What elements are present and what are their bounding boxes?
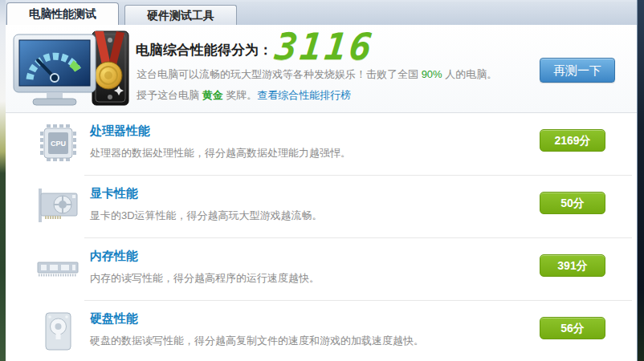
benchmark-desc: 处理器的数据处理性能，得分越高数据处理能力越强悍。: [90, 146, 351, 160]
overall-score-label: 电脑综合性能得分为：: [136, 41, 272, 59]
memory-icon: [31, 245, 84, 293]
svg-text:CPU: CPU: [51, 140, 66, 148]
gpu-icon: [31, 182, 84, 230]
score-badge: 2169分: [540, 129, 605, 152]
tab-performance-test[interactable]: 电脑性能测试: [6, 2, 119, 25]
tab-hardware-tools[interactable]: 硬件测试工具: [124, 5, 237, 25]
benchmark-desc: 内存的读写性能，得分越高程序的运行速度越快。: [90, 271, 320, 286]
benchmark-desc: 显卡的3D运算性能，得分越高玩大型游戏越流畅。: [90, 209, 323, 223]
benchmark-title[interactable]: 硬盘性能: [90, 311, 138, 327]
award-line: 授予这台电脑 黄金 奖牌。查看综合性能排行榜: [137, 88, 351, 103]
benchmark-title[interactable]: 处理器性能: [90, 124, 150, 139]
benchmark-row: 显卡性能 显卡的3D运算性能，得分越高玩大型游戏越流畅。 50分: [6, 176, 637, 238]
speedometer-pc-gold-medal-icon: [12, 30, 134, 110]
cpu-icon: CPU: [31, 120, 84, 168]
benchmark-row: CPU 处理器性能 处理器的数据处理性能，得分越高数据处理能力越强悍。 2169…: [6, 113, 637, 176]
score-badge: 50分: [540, 192, 605, 214]
benchmark-list: CPU 处理器性能 处理器的数据处理性能，得分越高数据处理能力越强悍。 2169…: [6, 113, 637, 361]
benchmark-row: 硬盘性能 硬盘的数据读写性能，得分越高复制文件的速度和游戏的加载速度越快。 56…: [6, 301, 637, 361]
main-content: 电脑综合性能得分为： 3116 这台电脑可以流畅的玩大型游戏等各种发烧娱乐！击败…: [6, 25, 637, 361]
score-summary-header: 电脑综合性能得分为： 3116 这台电脑可以流畅的玩大型游戏等各种发烧娱乐！击败…: [6, 25, 637, 113]
ranking-link[interactable]: 查看综合性能排行榜: [257, 89, 351, 101]
benchmark-desc: 硬盘的数据读写性能，得分越高复制文件的速度和游戏的加载速度越快。: [90, 334, 424, 348]
window-border-left: [0, 0, 6, 361]
score-badge: 391分: [540, 254, 605, 277]
window-border-right: [637, 0, 644, 361]
overall-score-value: 3116: [273, 25, 376, 68]
benchmark-title[interactable]: 内存性能: [90, 249, 138, 264]
score-description: 这台电脑可以流畅的玩大型游戏等各种发烧娱乐！击败了全国 90% 人的电脑。: [137, 67, 497, 82]
benchmark-title[interactable]: 显卡性能: [90, 186, 138, 201]
benchmark-row: 内存性能 内存的读写性能，得分越高程序的运行速度越快。 391分: [6, 238, 637, 301]
tab-bar: 电脑性能测试 硬件测试工具: [6, 2, 637, 25]
score-badge: 56分: [540, 317, 605, 339]
beaten-percent: 90%: [422, 68, 442, 80]
medal-grade: 黄金: [202, 89, 223, 101]
disk-icon: [31, 307, 84, 355]
retest-button[interactable]: 再测一下: [540, 58, 615, 83]
